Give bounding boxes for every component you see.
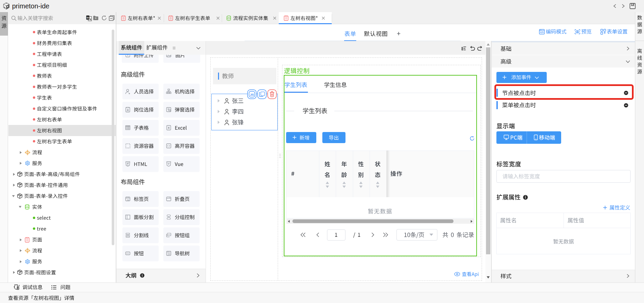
- svg-text:in: in: [87, 16, 89, 19]
- svg-text:Tab: Tab: [127, 199, 129, 201]
- svg-text:BTN: BTN: [126, 253, 129, 254]
- svg-text:BTN: BTN: [168, 234, 170, 235]
- svg-text:JS: JS: [250, 93, 254, 96]
